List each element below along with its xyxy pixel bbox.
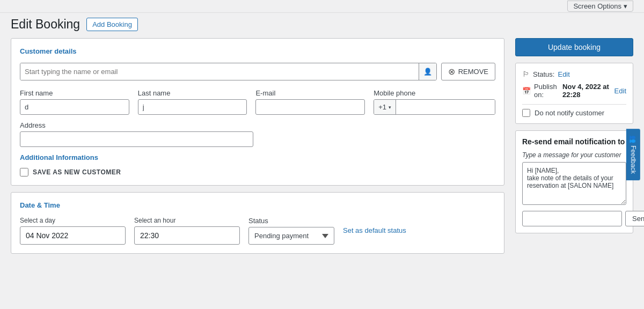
customer-search-input[interactable] <box>20 63 419 80</box>
last-name-input[interactable] <box>138 99 247 115</box>
status-row: 🏳 Status: Edit <box>522 70 626 78</box>
phone-prefix-selector[interactable]: +1 ▾ <box>374 100 396 114</box>
email-input[interactable] <box>255 99 365 115</box>
add-booking-button[interactable]: Add Booking <box>86 18 138 31</box>
feedback-tab[interactable]: 👥 Feedback <box>626 129 640 180</box>
flag-icon: 🏳 <box>522 70 530 78</box>
do-not-notify-checkbox[interactable] <box>522 109 530 117</box>
remove-button[interactable]: ⊗ REMOVE <box>441 63 495 80</box>
customer-search-icon-btn[interactable]: 👤 <box>419 63 436 80</box>
phone-prefix-value: +1 <box>378 103 386 111</box>
save-as-new-customer-row: SAVE AS NEW CUSTOMER <box>20 168 495 176</box>
date-time-row: Select a day Select an hour Status Pendi… <box>20 217 495 245</box>
publish-date: Nov 4, 2022 at 22:28 <box>562 83 611 99</box>
name-email-row: First name Last name E-mail Mobile phone… <box>20 89 495 115</box>
last-name-label: Last name <box>138 89 247 97</box>
user-search-icon: 👤 <box>423 68 432 76</box>
message-textarea[interactable]: Hi [NAME], take note of the details of y… <box>522 162 626 205</box>
status-select-group: Status Pending payment Approved Cancelle… <box>248 217 334 245</box>
status-edit-link[interactable]: Edit <box>558 70 569 78</box>
email-group: E-mail <box>255 89 365 115</box>
status-select[interactable]: Pending payment Approved Cancelled No Sh… <box>248 227 334 245</box>
select-hour-label: Select an hour <box>134 217 240 224</box>
customer-search-row: 👤 ⊗ REMOVE <box>20 63 495 80</box>
address-input[interactable] <box>20 131 253 147</box>
date-time-card: Date & Time Select a day Select an hour … <box>11 192 504 254</box>
select-day-group: Select a day <box>20 217 126 245</box>
email-send-row: Send <box>522 211 626 226</box>
send-button[interactable]: Send <box>625 211 644 226</box>
chevron-down-icon: ▾ <box>624 2 627 10</box>
feedback-icon: 👥 <box>630 135 637 143</box>
save-as-new-customer-label: SAVE AS NEW CUSTOMER <box>33 168 121 176</box>
publish-edit-link[interactable]: Edit <box>614 87 626 95</box>
mobile-label: Mobile phone <box>374 89 495 97</box>
calendar-icon: 📅 <box>522 87 531 95</box>
page-header: Edit Booking Add Booking <box>0 13 644 38</box>
divider <box>522 104 626 105</box>
publish-row: 📅 Publish on: Nov 4, 2022 at 22:28 Edit <box>522 83 626 99</box>
email-notification-title: Re-send email notification to <box>522 137 626 146</box>
set-default-status-link[interactable]: Set as default status <box>343 226 406 236</box>
notify-row: Do not notify customer <box>522 109 626 117</box>
right-column: Update booking 🏳 Status: Edit 📅 Publish … <box>515 38 633 254</box>
update-booking-button[interactable]: Update booking <box>515 38 633 56</box>
date-time-title: Date & Time <box>20 201 495 209</box>
remove-circle-icon: ⊗ <box>448 67 455 77</box>
publish-card: 🏳 Status: Edit 📅 Publish on: Nov 4, 2022… <box>515 63 633 124</box>
screen-options-button[interactable]: Screen Options ▾ <box>567 1 633 12</box>
customer-details-card: Customer details 👤 ⊗ REMOVE First na <box>11 38 504 186</box>
phone-input-wrapper: +1 ▾ <box>374 99 495 115</box>
customer-search-wrapper: 👤 <box>20 63 437 80</box>
message-label: Type a message for your customer <box>522 151 626 159</box>
address-label: Address <box>20 121 253 129</box>
mobile-group: Mobile phone +1 ▾ <box>374 89 495 115</box>
first-name-input[interactable] <box>20 99 129 115</box>
address-row: Address <box>20 121 495 147</box>
left-column: Customer details 👤 ⊗ REMOVE First na <box>11 38 504 254</box>
select-day-label: Select a day <box>20 217 126 224</box>
remove-label: REMOVE <box>458 68 488 76</box>
phone-number-input[interactable] <box>396 100 495 114</box>
customer-details-title: Customer details <box>20 47 495 55</box>
email-label: E-mail <box>255 89 365 97</box>
send-to-input[interactable] <box>522 211 622 226</box>
address-group: Address <box>20 121 253 147</box>
do-not-notify-label: Do not notify customer <box>535 109 604 117</box>
select-hour-group: Select an hour <box>134 217 240 245</box>
last-name-group: Last name <box>138 89 247 115</box>
main-layout: Customer details 👤 ⊗ REMOVE First na <box>0 38 644 254</box>
first-name-label: First name <box>20 89 129 97</box>
screen-options-label: Screen Options <box>573 2 621 10</box>
status-label: Status: <box>533 70 554 78</box>
first-name-group: First name <box>20 89 129 115</box>
select-hour-input[interactable] <box>134 226 240 245</box>
email-notification-card: Re-send email notification to Type a mes… <box>515 130 633 233</box>
feedback-label: Feedback <box>630 145 637 174</box>
save-as-new-customer-checkbox[interactable] <box>20 168 28 176</box>
phone-caret-icon: ▾ <box>389 105 391 110</box>
top-bar: Screen Options ▾ <box>0 0 644 13</box>
publish-label: Publish on: <box>534 83 559 99</box>
page-title: Edit Booking <box>11 17 80 32</box>
status-select-label: Status <box>248 217 334 225</box>
additional-info-title: Additional Informations <box>20 153 495 161</box>
select-day-input[interactable] <box>20 226 126 245</box>
